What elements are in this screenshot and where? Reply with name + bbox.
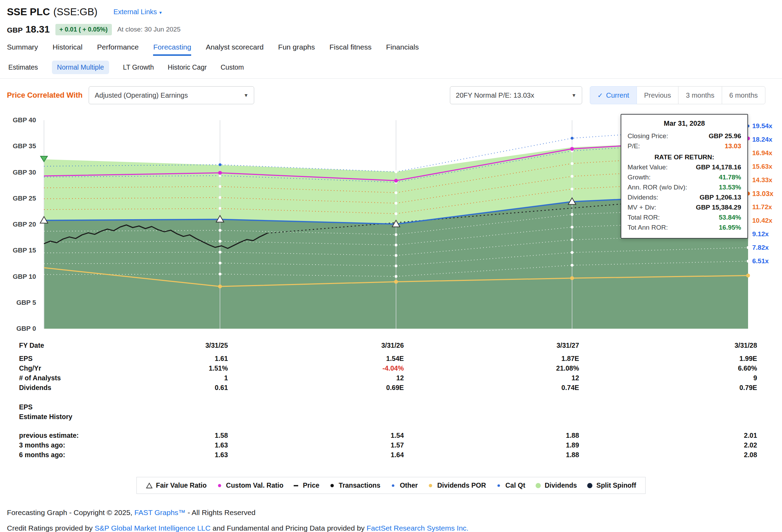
legend-item-transactions[interactable]: Transactions [329,481,380,489]
pe-multiple-label: 19.54x [752,122,772,130]
range-button-previous[interactable]: Previous [637,86,679,104]
table-cell: 1.99E [705,354,757,363]
pe-multiple-dot [395,254,398,257]
legend-box: Fair Value RatioCustom Val. RatioPriceTr… [136,477,645,494]
pe-multiple-label: 18.24x [752,136,772,143]
range-button-6-months[interactable]: 6 months [722,86,765,104]
tooltip-row: Closing Price:GBP 25.96 [628,131,741,141]
y-axis-label: GBP 25 [3,195,36,202]
pe-multiple-label: 14.33x [752,176,772,184]
row-label: 6 months ago: [19,450,65,460]
legend-item-dividends[interactable]: Dividends [535,481,577,489]
legend-label: Fair Value Ratio [156,481,206,489]
table-cell: 3/31/25 [176,340,228,350]
tab-analyst-scorecard[interactable]: Analyst scorecard [206,43,264,56]
tooltip-label: Closing Price: [628,131,668,141]
external-links-menu[interactable]: External Links ▾ [113,8,162,16]
legend-label: Dividends [545,481,577,489]
table-cell: 1.88 [527,450,579,460]
pe-multiple-label: 6.51x [752,257,769,265]
table-spacer [0,350,782,354]
table-cell: 12 [352,373,404,383]
legend-label: Other [400,481,418,489]
tab-performance[interactable]: Performance [97,43,139,56]
table-row: FY Date3/31/253/31/263/31/273/31/28 [0,340,782,350]
tooltip-row: Dividends:GBP 1,206.13 [628,192,741,202]
external-links-label: External Links [113,8,157,16]
pe-multiple-dot [571,188,574,190]
tab-fun-graphs[interactable]: Fun graphs [278,43,315,56]
tooltip-value: 53.84% [719,212,741,222]
pe-multiple-dot [571,137,574,140]
custom-val-ratio-dot [570,147,574,151]
range-button-current[interactable]: ✓Current [590,86,637,104]
row-label: 3 months ago: [19,440,65,450]
chart-legend: Fair Value RatioCustom Val. RatioPriceTr… [0,477,782,494]
legend-item-cal-qt[interactable]: Cal Qt [495,481,525,489]
subtab-normal-multiple[interactable]: Normal Multiple [52,61,109,74]
subtab-historic-cagr[interactable]: Historic Cagr [168,61,207,74]
price-change-badge: + 0.01 ( + 0.05%) [55,24,112,35]
credits-pre: Credit Ratings provided by [7,524,95,532]
tooltip-value: GBP 25.96 [709,131,741,141]
correlation-series-select[interactable]: Adjusted (Operating) Earnings ▼ [89,86,254,104]
legend-item-custom-val-ratio[interactable]: Custom Val. Ratio [216,481,284,489]
pe-multiple-dot [395,275,398,278]
table-cell: 0.69E [352,383,404,392]
legend-item-price[interactable]: Price [293,481,319,489]
price-correlated-label: Price Correlated With [7,91,82,100]
green-circle-icon [535,482,542,489]
tooltip-date: Mar 31, 2028 [628,119,741,127]
range-button-3-months[interactable]: 3 months [678,86,722,104]
tab-financials[interactable]: Financials [386,43,419,56]
company-name: SSE PLC [7,6,50,18]
pe-multiple-label: 16.94x [752,149,772,157]
subtab-custom[interactable]: Custom [221,61,244,74]
tab-fiscal-fitness[interactable]: Fiscal fitness [329,43,371,56]
tooltip-value: 13.03 [725,141,741,151]
legend-item-other[interactable]: Other [390,481,418,489]
y-axis-label: GBP 30 [3,169,36,176]
table-cell: 1.63 [176,440,228,450]
tooltip-label: P/E: [628,141,640,151]
table-row: previous estimate:1.581.541.882.01 [0,431,782,440]
table-cell: 1.61 [176,354,228,363]
tooltip-row: Ann. ROR (w/o Div):13.53% [628,182,741,192]
title-row: SSE PLC (SSE:GB) External Links ▾ [7,6,782,18]
credits-mid: and Fundamental and Pricing Data provide… [211,524,367,532]
blue-dot-icon [495,482,502,489]
row-label: Dividends [19,383,51,392]
subtab-lt-growth[interactable]: LT Growth [123,61,154,74]
tab-historical[interactable]: Historical [53,43,82,56]
pe-multiple-dot [219,185,221,188]
normal-pe-select[interactable]: 20FY Normal P/E: 13.03x ▼ [450,86,582,104]
y-axis-label: GBP 5 [3,299,36,307]
custom-val-ratio-dot [394,179,398,183]
table-cell: 1.89 [527,440,579,450]
range-button-label: Current [606,91,629,99]
dividends-por-dot [570,276,574,280]
blue-dot-icon [390,482,397,489]
pe-multiple-dot [571,175,574,178]
row-label: previous estimate: [19,431,79,440]
tab-summary[interactable]: Summary [7,43,38,56]
pe-multiple-label: 9.12x [752,230,769,238]
legend-item-split-spinoff[interactable]: Split Spinoff [586,481,636,489]
pe-multiple-dot [571,238,574,241]
dash-icon [293,482,300,489]
table-cell: 1.87E [527,354,579,363]
legend-item-dividends-por[interactable]: Dividends POR [427,481,486,489]
subtab-estimates[interactable]: Estimates [8,61,38,74]
table-cell: 1 [176,373,228,383]
legend-item-fair-value-ratio[interactable]: Fair Value Ratio [146,481,206,489]
factset-link[interactable]: FactSet Research Systems Inc. [367,524,469,532]
tooltip-section-header: RATE OF RETURN: [628,153,741,161]
chart-toolbar: Price Correlated With Adjusted (Operatin… [7,86,775,104]
sp-global-link[interactable]: S&P Global Market Intelligence LLC [95,524,211,532]
fast-graphs-link[interactable]: FAST Graphs™ [134,508,186,516]
tooltip-value: 16.95% [719,222,741,232]
tab-forecasting[interactable]: Forecasting [153,43,191,56]
tooltip-label: Growth: [628,172,651,182]
divider [0,78,782,79]
y-axis-label: GBP 20 [3,221,36,228]
